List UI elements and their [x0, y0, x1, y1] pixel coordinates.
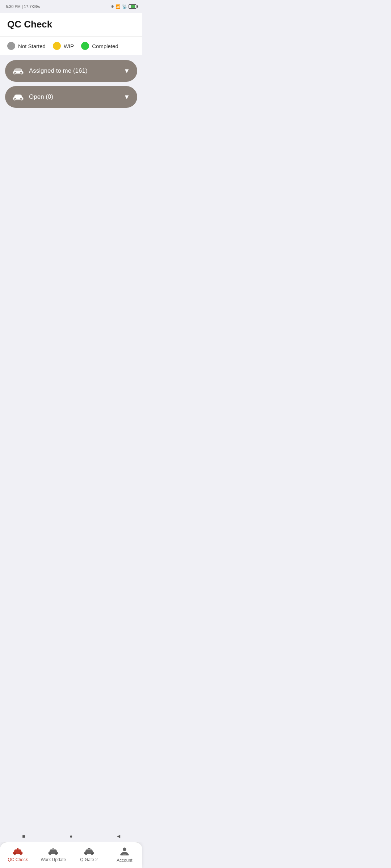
signal-icon: 📡: [122, 4, 127, 9]
legend-item-completed: Completed: [81, 42, 118, 50]
empty-content-area: [5, 112, 137, 265]
assigned-to-me-label: Assigned to me (161): [29, 67, 88, 75]
open-label: Open (0): [29, 93, 53, 101]
svg-point-5: [14, 99, 16, 100]
legend-bar: Not Started WIP Completed: [0, 37, 142, 55]
page-title: QC Check: [7, 19, 135, 30]
bluetooth-icon: ❄: [111, 4, 114, 9]
svg-point-3: [20, 73, 21, 74]
completed-dot: [81, 42, 89, 50]
status-bar-icons: ❄ 📶 📡: [111, 4, 136, 9]
legend-item-wip: WIP: [53, 42, 74, 50]
assigned-chevron-icon: ▼: [123, 67, 130, 75]
legend-item-not-started: Not Started: [7, 42, 46, 50]
svg-point-7: [20, 99, 21, 100]
accordion-left-assigned: Assigned to me (161): [12, 67, 88, 75]
header: QC Check: [0, 13, 142, 37]
open-accordion[interactable]: Open (0) ▼: [5, 86, 137, 108]
status-bar: 5:30 PM | 17.7KB/s ❄ 📶 📡: [0, 0, 142, 13]
car-icon-assigned: [12, 67, 24, 75]
battery-icon: [129, 4, 136, 9]
not-started-dot: [7, 42, 15, 50]
svg-point-1: [14, 73, 16, 74]
open-chevron-icon: ▼: [123, 93, 130, 101]
car-icon-open: [12, 93, 24, 101]
accordion-left-open: Open (0): [12, 93, 53, 101]
assigned-to-me-accordion[interactable]: Assigned to me (161) ▼: [5, 60, 137, 82]
wip-label: WIP: [64, 43, 74, 49]
main-content: Assigned to me (161) ▼ Open (0) ▼: [0, 55, 142, 271]
completed-label: Completed: [92, 43, 118, 49]
wip-dot: [53, 42, 61, 50]
wifi-icon: 📶: [115, 4, 121, 9]
status-bar-time: 5:30 PM | 17.7KB/s: [6, 4, 40, 9]
not-started-label: Not Started: [18, 43, 46, 49]
